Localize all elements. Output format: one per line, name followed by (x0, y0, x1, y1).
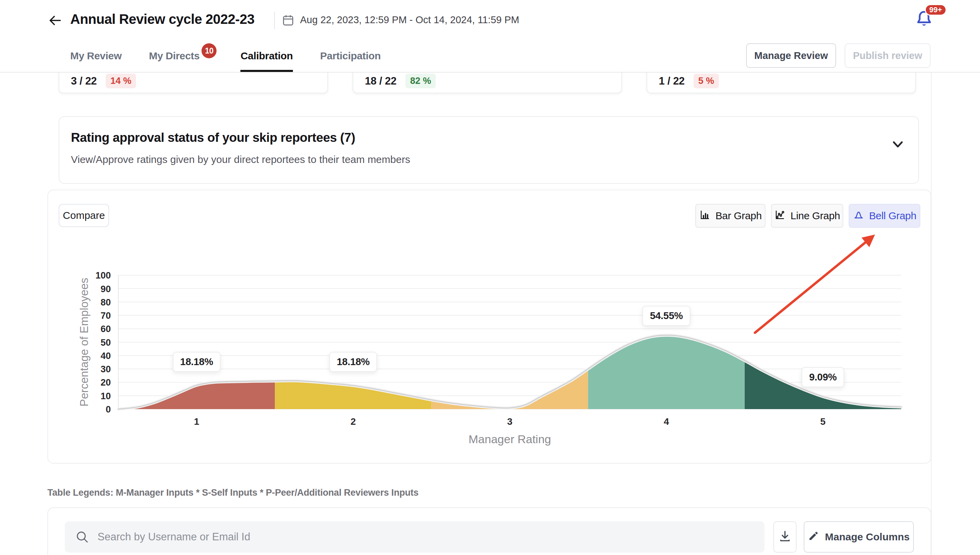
chart-value-label: 18.18% (329, 352, 377, 372)
stat-count: 1 / 22 (659, 75, 685, 87)
chart-value-label: 54.55% (642, 306, 691, 326)
tab-label: My Review (70, 50, 122, 62)
stat-count: 18 / 22 (365, 75, 396, 87)
tab-bar: My Review My Directs 10 Calibration Part… (0, 40, 980, 72)
header-divider (274, 11, 275, 29)
manage-review-label: Manage Review (754, 50, 828, 61)
page-title: Annual Review cycle 2022-23 (70, 11, 254, 27)
tab-label: My Directs (149, 50, 200, 62)
tab-participation[interactable]: Participation (320, 40, 381, 72)
tab-count-badge: 10 (202, 43, 217, 58)
stat-percent-badge: 5 % (694, 74, 719, 88)
notification-count-badge: 99+ (925, 4, 946, 16)
cycle-date-range: Aug 22, 2023, 12:59 PM - Oct 14, 2024, 1… (300, 14, 519, 26)
publish-review-label: Publish review (853, 50, 922, 61)
compare-button[interactable]: Compare (59, 204, 109, 227)
stat-percent-badge: 14 % (106, 74, 136, 88)
search-input[interactable] (97, 531, 712, 544)
manage-columns-label: Manage Columns (825, 531, 909, 543)
bar-graph-label: Bar Graph (715, 210, 762, 221)
line-graph-label: Line Graph (791, 210, 840, 221)
chart-value-label: 9.09% (802, 367, 844, 387)
tab-label: Calibration (241, 50, 293, 62)
download-button[interactable] (773, 521, 797, 553)
manage-columns-button[interactable]: Manage Columns (804, 521, 914, 553)
rating-distribution-card (47, 189, 931, 464)
search-box[interactable] (65, 521, 765, 553)
approval-card-subtitle: View/Approve ratings given by your direc… (71, 154, 410, 165)
pencil-icon (808, 530, 820, 544)
line-graph-icon (774, 209, 786, 223)
publish-review-button[interactable]: Publish review (845, 43, 930, 68)
tab-label: Participation (320, 50, 381, 62)
tab-my-review[interactable]: My Review (70, 40, 122, 72)
calendar-icon (282, 14, 295, 27)
approval-card-title: Rating approval status of your skip repo… (71, 131, 355, 145)
chevron-down-icon[interactable] (890, 136, 906, 152)
stat-percent-badge: 82 % (406, 74, 436, 88)
search-icon (75, 530, 89, 544)
line-graph-button[interactable]: Line Graph (771, 204, 843, 228)
tab-my-directs[interactable]: My Directs 10 (149, 40, 200, 72)
bar-graph-button[interactable]: Bar Graph (695, 204, 765, 228)
download-icon (778, 529, 792, 545)
compare-label: Compare (63, 210, 105, 221)
back-arrow-icon[interactable] (47, 12, 63, 29)
skip-reportees-approval-card: Rating approval status of your skip repo… (59, 116, 919, 184)
calibration-page: 3 / 22 14 % 18 / 22 82 % 1 / 22 5 % Rati… (0, 0, 980, 555)
bar-graph-icon (699, 209, 711, 223)
bell-graph-icon (853, 209, 865, 223)
manage-review-button[interactable]: Manage Review (746, 43, 836, 68)
table-legend-text: Table Legends: M-Manager Inputs * S-Self… (47, 488, 419, 498)
bell-graph-button[interactable]: Bell Graph (849, 204, 920, 228)
bell-graph-label: Bell Graph (869, 210, 917, 221)
page-header: Annual Review cycle 2022-23 Aug 22, 2023… (0, 0, 980, 40)
stat-count: 3 / 22 (71, 75, 97, 87)
tab-calibration[interactable]: Calibration (241, 40, 293, 72)
chart-value-label: 18.18% (173, 352, 221, 372)
